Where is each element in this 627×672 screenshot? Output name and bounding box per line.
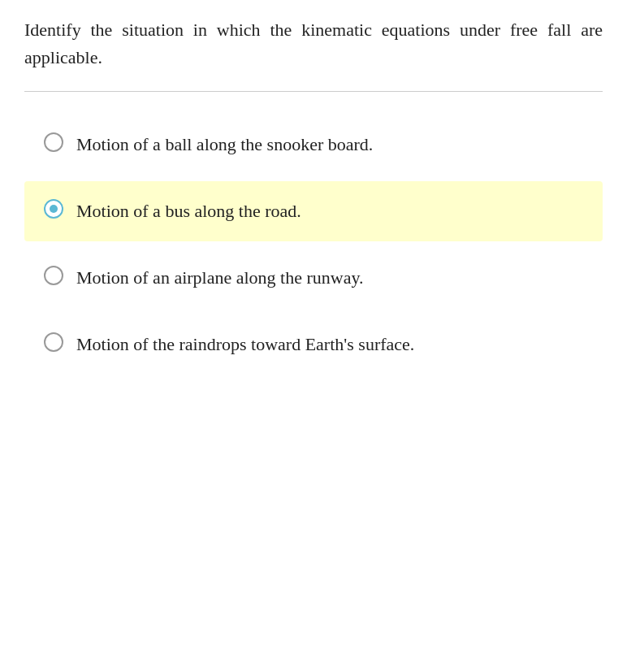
radio-c[interactable] (44, 266, 63, 285)
divider (24, 91, 603, 92)
option-c-text: Motion of an airplane along the runway. (76, 264, 583, 292)
option-b[interactable]: Motion of a bus along the road. (24, 181, 603, 241)
option-d[interactable]: Motion of the raindrops toward Earth's s… (24, 314, 603, 375)
question-text: Identify the situation in which the kine… (24, 16, 603, 72)
option-c[interactable]: Motion of an airplane along the runway. (24, 248, 603, 308)
option-b-text: Motion of a bus along the road. (76, 197, 583, 225)
radio-d[interactable] (44, 332, 63, 352)
radio-b-dot (50, 205, 58, 213)
radio-b[interactable] (44, 199, 63, 219)
page-container: Identify the situation in which the kine… (0, 0, 627, 414)
option-d-text: Motion of the raindrops toward Earth's s… (76, 331, 583, 358)
option-a-text: Motion of a ball along the snooker board… (76, 131, 583, 158)
options-list: Motion of a ball along the snooker board… (24, 115, 603, 381)
radio-a[interactable] (44, 132, 63, 152)
option-a[interactable]: Motion of a ball along the snooker board… (24, 115, 603, 175)
